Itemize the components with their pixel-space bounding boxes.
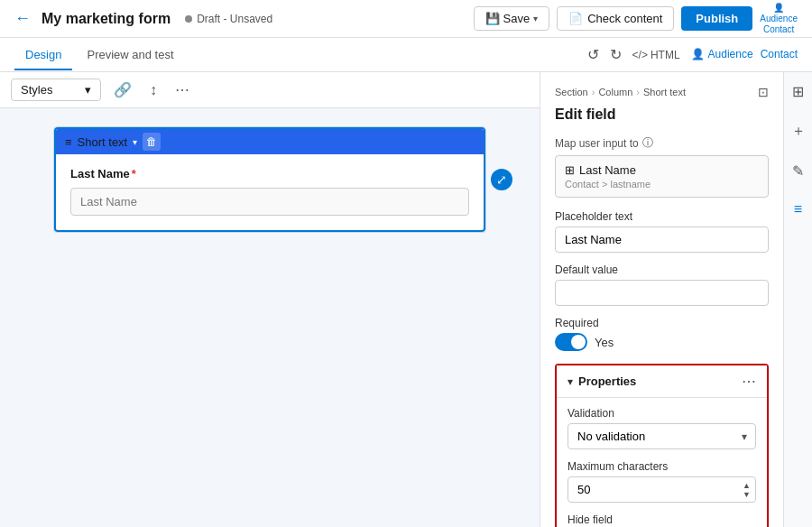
required-yes-label: Yes [595, 336, 614, 349]
side-icon-plus[interactable]: ＋ [788, 118, 809, 144]
breadcrumb-sep2: › [636, 87, 640, 97]
status-badge: Draft - Unsaved [185, 13, 272, 25]
expand-icon[interactable]: ⊡ [758, 85, 769, 99]
max-chars-input[interactable] [567, 476, 756, 503]
required-label: Required [555, 317, 769, 329]
field-type-icon: ≡ [65, 135, 72, 149]
field-inner: Last Name* [56, 154, 484, 230]
audience-icon: 👤 [773, 3, 784, 14]
toolbar-arrow-button[interactable]: ↕ [144, 79, 162, 102]
tab-preview[interactable]: Preview and test [76, 41, 184, 70]
properties-title: Properties [578, 374, 736, 388]
spinbox-up-button[interactable]: ▲ [743, 481, 751, 489]
validation-label: Validation [567, 407, 756, 420]
spinbox-arrows: ▲ ▼ [743, 481, 751, 498]
check-label: Check content [587, 12, 662, 25]
properties-chevron-icon: ▾ [567, 375, 573, 388]
undo-button[interactable]: ↺ [587, 46, 599, 63]
audience-nav-icon: 👤 [691, 48, 705, 60]
canvas-area: Styles ▾ 🔗 ↕ ⋯ ≡ Short text ▾ 🗑 [0, 72, 540, 527]
map-box-sub: Contact > lastname [565, 179, 759, 190]
properties-section: ▾ Properties ⋯ Validation No validation … [555, 364, 769, 527]
main-layout: Styles ▾ 🔗 ↕ ⋯ ≡ Short text ▾ 🗑 [0, 72, 812, 527]
properties-header[interactable]: ▾ Properties ⋯ [557, 365, 767, 397]
validation-select[interactable]: No validation [567, 423, 756, 449]
map-label: Map user input to ⓘ [555, 135, 769, 151]
map-field-icon: ⊞ [565, 163, 575, 177]
required-star: * [132, 167, 136, 180]
map-box-title: ⊞ Last Name [565, 163, 759, 177]
styles-dropdown[interactable]: Styles ▾ [11, 79, 101, 101]
status-label: Draft - Unsaved [197, 13, 272, 25]
hide-field-label: Hide field [567, 513, 756, 526]
topbar: ← My marketing form Draft - Unsaved 💾 Sa… [0, 0, 812, 38]
map-info-icon: ⓘ [642, 135, 653, 151]
link-button[interactable]: 🔗 [108, 78, 137, 102]
navtabs-right: ↺ ↻ </> HTML 👤 Audience Contact [189, 46, 798, 63]
save-icon: 💾 [485, 12, 500, 25]
canvas-content: ≡ Short text ▾ 🗑 Last Name* ⤢ [0, 108, 540, 527]
field-delete-button[interactable]: 🗑 [143, 133, 161, 151]
properties-more-button[interactable]: ⋯ [742, 373, 756, 390]
check-icon: 📄 [568, 12, 583, 25]
canvas-toolbar: Styles ▾ 🔗 ↕ ⋯ [0, 72, 540, 108]
side-icon-edit[interactable]: ✎ [789, 159, 807, 183]
html-button[interactable]: </> HTML [632, 49, 680, 61]
audience-nav-line1: Audience [708, 48, 753, 60]
field-block[interactable]: ≡ Short text ▾ 🗑 Last Name* ⤢ [54, 127, 485, 232]
toggle-knob [571, 335, 586, 349]
publish-button[interactable]: Publish [681, 6, 752, 31]
field-type-label: Short text [78, 135, 128, 149]
save-dropdown-icon[interactable]: ▾ [533, 14, 538, 23]
breadcrumb-shorttext: Short text [643, 87, 686, 97]
tab-design[interactable]: Design [14, 41, 72, 70]
audience-nav-line2: Contact [761, 48, 798, 60]
page-title: My marketing form [42, 11, 171, 27]
styles-label: Styles [21, 83, 52, 97]
required-toggle[interactable] [555, 333, 587, 351]
check-content-button[interactable]: 📄 Check content [557, 6, 674, 31]
max-chars-spinbox-wrap: ▲ ▼ [567, 476, 756, 503]
save-button[interactable]: 💾 Save ▾ [474, 6, 550, 31]
styles-dropdown-icon: ▾ [85, 83, 91, 97]
audience-badge[interactable]: 👤 Audience Contact [760, 3, 798, 35]
right-panel: Section › Column › Short text ⊡ Edit fie… [540, 72, 783, 527]
audience-line2: Contact [763, 24, 794, 35]
field-label: Last Name* [70, 167, 469, 180]
properties-body: Validation No validation ▾ Maximum chara… [557, 397, 767, 527]
map-box[interactable]: ⊞ Last Name Contact > lastname [555, 155, 769, 198]
toggle-row: Yes [555, 333, 769, 351]
field-block-header: ≡ Short text ▾ 🗑 [56, 129, 484, 154]
edit-field-title: Edit field [555, 106, 769, 123]
toolbar-more-button[interactable]: ⋯ [170, 78, 195, 102]
spinbox-down-button[interactable]: ▼ [743, 490, 751, 498]
topbar-actions: 💾 Save ▾ 📄 Check content Publish 👤 Audie… [474, 3, 798, 35]
html-code-icon: </> [632, 49, 648, 61]
form-canvas: ≡ Short text ▾ 🗑 Last Name* ⤢ [53, 126, 486, 233]
side-icon-layout[interactable]: ⊞ [789, 79, 807, 104]
audience-line1: Audience [760, 14, 798, 24]
audience-nav-badge[interactable]: 👤 Audience Contact [691, 48, 798, 60]
validation-select-wrap: No validation ▾ [567, 423, 756, 449]
default-input[interactable] [555, 280, 769, 306]
side-icon-field[interactable]: ≡ [790, 198, 806, 221]
html-label: HTML [651, 49, 680, 61]
navtabs: Design Preview and test ↺ ↻ </> HTML 👤 A… [0, 38, 812, 72]
right-panel-inner: Section › Column › Short text ⊡ Edit fie… [540, 72, 783, 527]
back-button[interactable]: ← [14, 9, 31, 28]
placeholder-input[interactable] [555, 227, 769, 253]
default-label: Default value [555, 264, 769, 276]
side-icon-bar: ⊞ ＋ ✎ ≡ [783, 72, 812, 527]
max-chars-label: Maximum characters [567, 460, 756, 473]
placeholder-label: Placeholder text [555, 210, 769, 223]
breadcrumb-sep1: › [592, 87, 595, 97]
field-input[interactable] [70, 188, 469, 216]
field-drag-handle[interactable]: ⤢ [491, 169, 512, 190]
map-section: Map user input to ⓘ ⊞ Last Name Contact … [555, 135, 769, 198]
save-label: Save [503, 12, 531, 25]
field-dropdown-icon[interactable]: ▾ [133, 137, 137, 147]
redo-button[interactable]: ↻ [610, 46, 622, 63]
breadcrumb: Section › Column › Short text ⊡ [555, 85, 769, 99]
status-dot [185, 15, 192, 23]
right-wrapper: Section › Column › Short text ⊡ Edit fie… [540, 72, 812, 527]
